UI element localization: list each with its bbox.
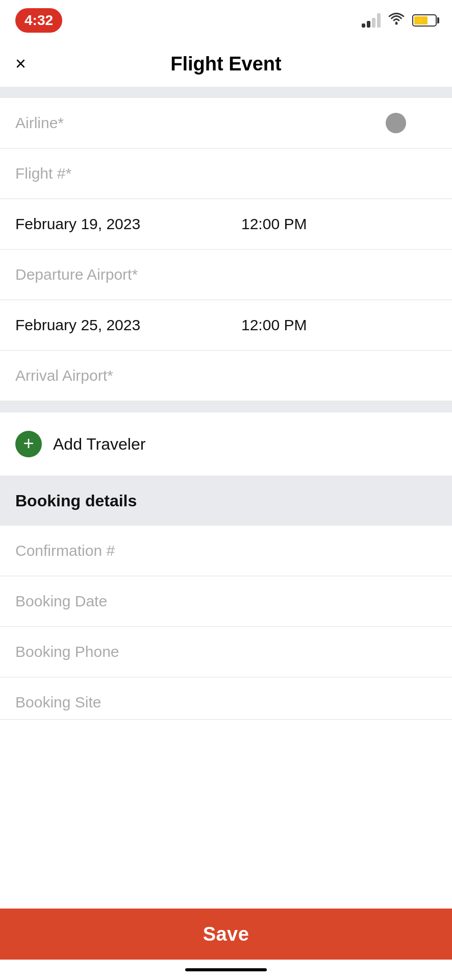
- form-content: Airline* Flight #* February 19, 2023 12:…: [0, 98, 452, 801]
- status-time: 4:32: [15, 8, 62, 33]
- flight-number-placeholder: Flight #*: [15, 165, 71, 182]
- save-button-container: Save: [0, 909, 452, 980]
- departure-date-field[interactable]: February 19, 2023: [15, 199, 221, 249]
- departure-time-field[interactable]: 12:00 PM: [221, 199, 437, 249]
- booking-date-placeholder: Booking Date: [15, 593, 107, 610]
- confirmation-placeholder: Confirmation #: [15, 542, 115, 559]
- wifi-icon: [388, 12, 405, 29]
- close-button[interactable]: ×: [15, 55, 26, 73]
- battery-icon: ⚡: [412, 14, 437, 27]
- departure-datetime-row[interactable]: February 19, 2023 12:00 PM: [0, 199, 452, 250]
- confirmation-field[interactable]: Confirmation #: [0, 526, 452, 576]
- signal-icon: [362, 13, 381, 28]
- signal-bar-1: [362, 23, 365, 28]
- flight-number-field[interactable]: Flight #*: [0, 149, 452, 199]
- page-title: Flight Event: [170, 53, 281, 75]
- airline-placeholder: Airline*: [15, 114, 64, 132]
- signal-bar-4: [377, 13, 381, 28]
- add-traveler-section[interactable]: + Add Traveler: [0, 412, 452, 476]
- booking-date-field[interactable]: Booking Date: [0, 576, 452, 627]
- arrival-airport-field[interactable]: Arrival Airport*: [0, 351, 452, 401]
- save-button[interactable]: Save: [0, 909, 452, 960]
- status-icons: ⚡: [362, 12, 437, 29]
- booking-details-title: Booking details: [15, 492, 137, 510]
- airline-field[interactable]: Airline*: [0, 98, 452, 149]
- add-traveler-label: Add Traveler: [53, 435, 145, 454]
- airline-dropdown-indicator: [386, 113, 406, 133]
- booking-site-placeholder: Booking Site: [15, 694, 101, 710]
- booking-phone-field[interactable]: Booking Phone: [0, 627, 452, 677]
- svg-point-0: [395, 22, 398, 24]
- arrival-datetime-row[interactable]: February 25, 2023 12:00 PM: [0, 300, 452, 351]
- departure-time-value: 12:00 PM: [241, 215, 307, 232]
- departure-airport-field[interactable]: Departure Airport*: [0, 250, 452, 300]
- arrival-time-field[interactable]: 12:00 PM: [221, 300, 437, 350]
- arrival-date-field[interactable]: February 25, 2023: [15, 300, 221, 350]
- nav-bar: × Flight Event: [0, 41, 452, 87]
- arrival-time-value: 12:00 PM: [241, 316, 307, 333]
- signal-bar-2: [367, 21, 370, 28]
- booking-site-field[interactable]: Booking Site: [0, 677, 452, 720]
- booking-details-header: Booking details: [0, 476, 452, 526]
- booking-phone-placeholder: Booking Phone: [15, 643, 119, 660]
- departure-date-value: February 19, 2023: [15, 215, 140, 232]
- top-divider: [0, 87, 452, 98]
- home-bar: [185, 968, 267, 971]
- arrival-date-value: February 25, 2023: [15, 316, 140, 333]
- arrival-airport-placeholder: Arrival Airport*: [15, 367, 113, 384]
- status-bar: 4:32 ⚡: [0, 0, 452, 41]
- mid-divider: [0, 401, 452, 412]
- plus-icon: +: [23, 434, 34, 453]
- departure-airport-placeholder: Departure Airport*: [15, 266, 138, 283]
- home-indicator: [0, 960, 452, 980]
- add-traveler-button[interactable]: +: [15, 431, 42, 457]
- signal-bar-3: [372, 18, 375, 28]
